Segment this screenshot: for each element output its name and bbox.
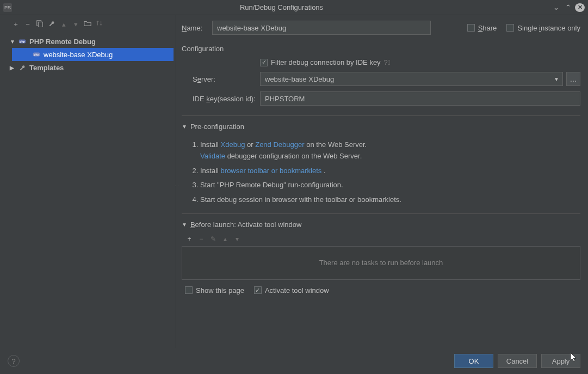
list-item: Start debug session in browser with the …	[200, 194, 580, 206]
zend-debugger-link[interactable]: Zend Debugger	[255, 140, 304, 149]
checkbox-label: Single instance only	[517, 24, 580, 32]
main-panel: ⋮ Name: Share Single instance only Confi…	[176, 15, 588, 348]
tree-node-templates[interactable]: ▶ Templates	[8, 61, 176, 74]
copy-icon[interactable]	[36, 20, 44, 29]
sort-icon[interactable]	[96, 20, 103, 29]
titlebar: PS Run/Debug Configurations ⌄ ⌃ ✕	[0, 0, 588, 15]
wrench-icon[interactable]	[48, 20, 55, 29]
list-item: Start "PHP Remote Debug" run-configurati…	[200, 180, 580, 191]
text: Install	[200, 167, 221, 175]
name-input[interactable]	[212, 21, 431, 35]
name-row: Name: Share Single instance only	[182, 21, 580, 35]
sidebar: + − ▴ ▾ ▼ php PHP Remote Debu	[0, 15, 176, 348]
filter-row: Filter debug connection by IDE key ?⃝	[182, 58, 580, 66]
chevron-down-icon: ▼	[554, 76, 559, 82]
checkbox-icon	[506, 24, 514, 32]
cancel-button[interactable]: Cancel	[498, 354, 537, 368]
separator	[182, 213, 580, 214]
name-label: Name:	[182, 24, 208, 32]
php-icon: php	[33, 51, 40, 58]
empty-text: There are no tasks to run before launch	[319, 259, 443, 267]
close-icon[interactable]: ✕	[575, 3, 585, 12]
wrench-icon	[18, 64, 26, 71]
content-split: + − ▴ ▾ ▼ php PHP Remote Debu	[0, 15, 588, 348]
sidebar-toolbar: + − ▴ ▾	[0, 15, 176, 35]
text: .	[324, 167, 326, 175]
server-value: website-base XDebug	[265, 75, 334, 83]
top-options: Share Single instance only	[467, 24, 580, 32]
checkbox-icon	[254, 286, 262, 294]
checkbox-label: Filter debug connection by IDE key	[271, 58, 381, 66]
before-launch-heading[interactable]: ▼ Before launch: Activate tool window	[182, 220, 580, 229]
preconfig-heading[interactable]: ▼ Pre-configuration	[182, 122, 580, 131]
edit-icon[interactable]: ✎	[210, 235, 216, 243]
window-controls: ⌄ ⌃ ✕	[551, 3, 585, 12]
activate-tool-window-checkbox[interactable]: Activate tool window	[254, 286, 329, 295]
share-checkbox[interactable]: Share	[467, 24, 497, 32]
config-tree: ▼ php PHP Remote Debug php website-base …	[0, 35, 176, 346]
expand-icon: ▼	[10, 39, 15, 45]
filter-checkbox[interactable]: Filter debug connection by IDE key	[260, 58, 381, 66]
dialog-footer: ? OK Cancel Apply	[0, 348, 588, 374]
text: on the Web Server.	[306, 140, 367, 149]
subsection-label: Before launch: Activate tool window	[190, 220, 302, 229]
move-down-icon[interactable]: ▾	[72, 20, 79, 28]
configuration-heading: Configuration	[182, 45, 580, 53]
show-this-page-checkbox[interactable]: Show this page	[185, 286, 244, 295]
tree-node-php-remote-debug[interactable]: ▼ php PHP Remote Debug	[8, 35, 176, 48]
splitter-handle[interactable]: ⋮	[175, 184, 179, 187]
expand-icon: ▼	[182, 222, 187, 228]
move-down-icon[interactable]: ▾	[234, 235, 240, 243]
subsection-label: Pre-configuration	[190, 122, 244, 131]
idekey-input[interactable]	[260, 91, 580, 106]
idekey-label: IDE key(session id):	[182, 95, 260, 103]
tree-node-label: website-base XDebug	[44, 51, 113, 59]
remove-icon[interactable]: −	[198, 235, 205, 243]
php-icon: php	[18, 38, 26, 45]
remove-icon[interactable]: −	[24, 20, 32, 28]
text: Install	[200, 140, 221, 149]
server-row: Server: website-base XDebug ▼ …	[182, 72, 580, 86]
before-launch-empty: There are no tasks to run before launch	[182, 246, 580, 280]
folder-icon[interactable]	[84, 20, 91, 29]
browser-toolbar-link[interactable]: browser toolbar or bookmarklets	[221, 167, 322, 175]
tree-node-label: PHP Remote Debug	[29, 38, 96, 46]
svg-text:php: php	[20, 40, 25, 43]
checkbox-icon	[260, 59, 268, 66]
collapse-icon: ▶	[10, 65, 15, 71]
add-icon[interactable]: +	[12, 20, 20, 28]
tree-node-label: Templates	[29, 64, 64, 72]
xdebug-link[interactable]: Xdebug	[221, 140, 245, 149]
help-icon[interactable]: ?⃝	[384, 58, 391, 66]
add-icon[interactable]: +	[186, 235, 193, 243]
checkbox-label: Share	[478, 24, 497, 32]
preconfig-list: Install Xdebug or Zend Debugger on the W…	[200, 136, 580, 209]
window-title: Run/Debug Configurations	[12, 3, 551, 11]
move-up-icon[interactable]: ▴	[60, 20, 67, 28]
before-launch-toolbar: + − ✎ ▴ ▾	[182, 233, 580, 246]
chevron-down-icon[interactable]: ⌄	[551, 3, 561, 11]
single-instance-checkbox[interactable]: Single instance only	[506, 24, 580, 32]
apply-button[interactable]: Apply	[541, 354, 580, 368]
before-launch-options: Show this page Activate tool window	[182, 286, 580, 295]
text: or	[247, 140, 255, 149]
svg-text:php: php	[34, 53, 39, 56]
help-button[interactable]: ?	[8, 355, 20, 367]
idekey-row: IDE key(session id):	[182, 91, 580, 106]
separator	[182, 115, 580, 116]
chevron-up-icon[interactable]: ⌃	[563, 3, 573, 11]
move-up-icon[interactable]: ▴	[222, 235, 228, 243]
list-item: Install browser toolbar or bookmarklets …	[200, 165, 580, 177]
checkbox-label: Activate tool window	[265, 286, 329, 295]
list-item: Install Xdebug or Zend Debugger on the W…	[200, 139, 580, 162]
checkbox-label: Show this page	[196, 286, 244, 295]
validate-link[interactable]: Validate	[200, 152, 225, 160]
checkbox-icon	[467, 24, 475, 32]
ok-button[interactable]: OK	[454, 354, 493, 368]
svg-rect-1	[38, 22, 42, 27]
server-select[interactable]: website-base XDebug ▼	[260, 72, 563, 86]
text: debugger configuration on the Web Server…	[227, 152, 362, 160]
tree-node-website-base[interactable]: php website-base XDebug	[12, 48, 174, 61]
server-more-button[interactable]: …	[566, 72, 580, 86]
checkbox-icon	[185, 286, 193, 294]
